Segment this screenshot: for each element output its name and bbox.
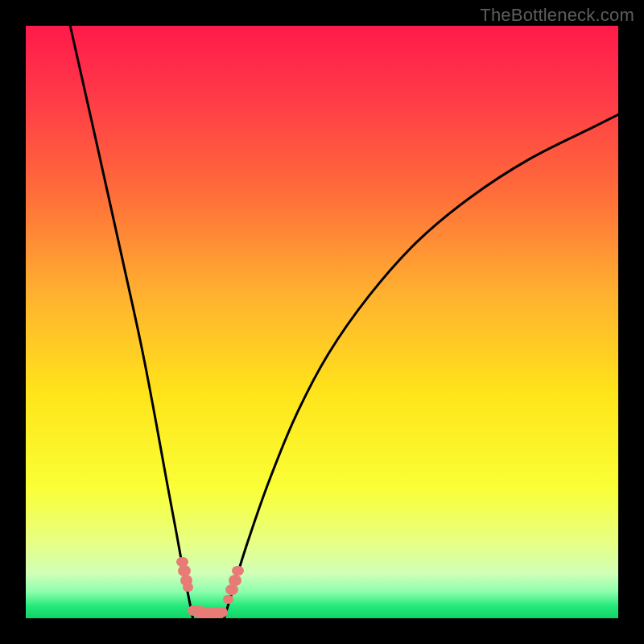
plot-area	[26, 26, 618, 618]
right-curve	[225, 114, 618, 618]
chart-frame: TheBottleneck.com	[0, 0, 644, 644]
curve-layer	[26, 26, 618, 618]
left-curve	[70, 26, 192, 618]
watermark-text: TheBottleneck.com	[480, 5, 634, 26]
